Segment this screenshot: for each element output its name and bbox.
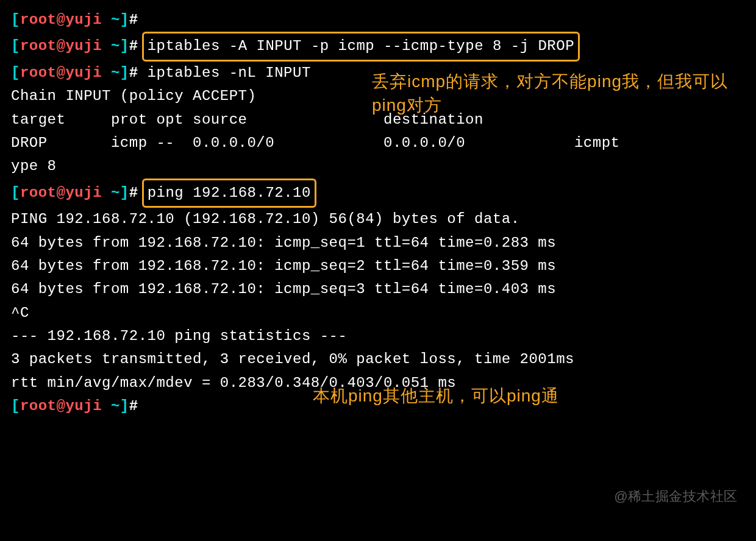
cmd-iptables-list: iptables -nL INPUT xyxy=(138,65,311,81)
ping-reply-3: 64 bytes from 192.168.72.10: icmp_seq=3 … xyxy=(11,278,745,301)
prompt-line-1: [root@yuji ~]# xyxy=(11,9,745,32)
highlighted-command-2: ping 192.168.72.10 xyxy=(142,179,316,208)
prompt-host: yuji xyxy=(65,12,102,28)
ctrl-c: ^C xyxy=(11,302,745,325)
bracket-close: ] xyxy=(120,12,129,28)
ping-reply-1: 64 bytes from 192.168.72.10: icmp_seq=1 … xyxy=(11,232,745,255)
prompt-tilde: ~ xyxy=(102,12,120,28)
prompt-line-2: [root@yuji ~]#iptables -A INPUT -p icmp … xyxy=(11,32,745,61)
prompt-hash: # xyxy=(129,12,138,28)
bracket-open: [ xyxy=(11,12,20,28)
rule-row-a: DROP icmp -- 0.0.0.0/0 0.0.0.0/0 icmpt xyxy=(11,132,745,155)
ping-start: PING 192.168.72.10 (192.168.72.10) 56(84… xyxy=(11,208,745,231)
rule-row-b: ype 8 xyxy=(11,155,745,178)
prompt-user: root xyxy=(20,12,57,28)
highlighted-command-1: iptables -A INPUT -p icmp --icmp-type 8 … xyxy=(142,32,580,61)
watermark: @稀土掘金技术社区 xyxy=(614,486,738,507)
annotation-1: 丢弃icmp的请求，对方不能ping我，但我可以ping对方 xyxy=(372,69,738,117)
ping-stats-1: 3 packets transmitted, 3 received, 0% pa… xyxy=(11,348,745,371)
prompt-at: @ xyxy=(57,12,66,28)
ping-reply-2: 64 bytes from 192.168.72.10: icmp_seq=2 … xyxy=(11,255,745,278)
ping-stats-header: --- 192.168.72.10 ping statistics --- xyxy=(11,325,745,348)
empty-cmd xyxy=(138,12,148,28)
annotation-2: 本机ping其他主机，可以ping通 xyxy=(313,384,618,408)
prompt-line-4: [root@yuji ~]#ping 192.168.72.10 xyxy=(11,179,745,208)
